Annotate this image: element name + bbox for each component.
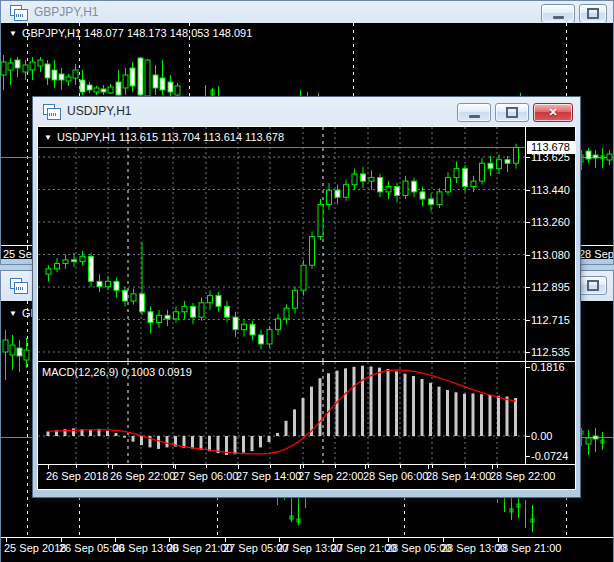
time-tick xyxy=(303,465,304,468)
chart-window-icon xyxy=(10,278,28,293)
candle-body xyxy=(284,308,289,319)
maximize-button[interactable] xyxy=(579,276,607,295)
minimize-button[interactable] xyxy=(541,4,575,22)
candle-body xyxy=(471,181,476,186)
grid-line xyxy=(27,23,28,245)
price-tick-label: 113.440 xyxy=(531,184,570,196)
time-tick xyxy=(465,465,466,468)
minimize-button[interactable] xyxy=(457,103,491,122)
window-title: USDJPY,H1 xyxy=(67,104,131,118)
candle-body xyxy=(140,294,145,312)
time-axis-label: 25 Sep 2018 xyxy=(4,542,66,554)
candle-body xyxy=(106,281,111,286)
time-tick xyxy=(108,465,109,468)
macd-bar xyxy=(344,368,347,436)
time-tick xyxy=(27,246,28,250)
price-tick-label: 112.535 xyxy=(531,346,570,358)
time-axis-label: 28 Sep 06:00 xyxy=(363,470,428,482)
macd-bar xyxy=(276,433,279,436)
macd-bar xyxy=(421,379,424,436)
candle-body xyxy=(386,187,391,192)
macd-tick xyxy=(526,367,530,368)
candle-body xyxy=(403,181,408,195)
maximize-button[interactable] xyxy=(579,4,607,22)
macd-bar xyxy=(302,398,305,436)
usdjpy-main-chart[interactable] xyxy=(38,127,525,361)
macd-bar xyxy=(157,436,160,449)
candle-body xyxy=(97,281,102,286)
time-tick xyxy=(141,465,142,468)
candle-body xyxy=(276,319,281,330)
chart-ohlc-header: USDJPY,H1 113.615 113.704 113.614 113.67… xyxy=(57,131,284,143)
close-button[interactable]: ✕ xyxy=(533,103,573,122)
candle-body xyxy=(267,330,272,344)
candle-body xyxy=(412,181,417,192)
candle-body xyxy=(233,317,238,330)
macd-bar xyxy=(166,436,169,447)
candle-body xyxy=(488,163,493,168)
candle-body xyxy=(242,324,247,329)
time-axis-label: 26 Sep 22:00 xyxy=(110,470,175,482)
macd-bar xyxy=(463,394,466,436)
time-tick xyxy=(112,465,113,469)
macd-bar xyxy=(191,436,194,449)
candle-body xyxy=(293,290,298,308)
macd-bar xyxy=(446,390,449,436)
time-axis-label: 28 Sep 14:00 xyxy=(426,470,491,482)
time-tick xyxy=(497,465,498,468)
macd-bar xyxy=(480,394,483,436)
candle-body xyxy=(80,256,85,261)
symbol-dropdown-icon[interactable]: ▼ xyxy=(9,309,17,318)
symbol-dropdown-icon[interactable]: ▼ xyxy=(44,133,52,142)
candle-body xyxy=(463,169,468,187)
titlebar-usdjpy[interactable]: USDJPY,H1 ✕ xyxy=(36,99,577,123)
macd-bar xyxy=(489,395,492,436)
candle-body xyxy=(191,306,196,317)
chart-window-icon xyxy=(43,104,61,119)
window-usdjpy: USDJPY,H1 ✕ ▼USDJPY,H1 113.615 113.704 1… xyxy=(33,97,580,497)
candle-body xyxy=(123,290,128,301)
macd-bar xyxy=(506,396,509,436)
macd-bar xyxy=(361,366,364,436)
macd-bar xyxy=(404,374,407,436)
macd-bar xyxy=(455,392,458,436)
macd-tick-label: 0.1816 xyxy=(531,361,565,373)
close-icon: ✕ xyxy=(548,106,557,119)
macd-bar xyxy=(89,430,92,436)
macd-bar xyxy=(319,378,322,436)
macd-tick-label: -0.0724 xyxy=(531,450,568,462)
candle-body xyxy=(165,315,170,319)
time-tick xyxy=(175,465,176,469)
symbol-dropdown-icon[interactable]: ▼ xyxy=(9,29,17,38)
price-tick xyxy=(526,255,530,256)
price-tick-label: 113.080 xyxy=(531,249,570,261)
mdi-workspace: GBPJPY,H1 ▼GBPJPY,H1 148.077 148.173 148… xyxy=(0,0,614,562)
macd-bar xyxy=(472,393,475,436)
time-tick xyxy=(368,465,369,468)
price-axis[interactable]: 113.678 113.625113.440113.260113.080112.… xyxy=(525,127,575,465)
restore-button[interactable] xyxy=(495,103,529,122)
titlebar-gbpjpy-top[interactable]: GBPJPY,H1 xyxy=(3,2,611,22)
macd-bar xyxy=(242,436,245,453)
time-axis[interactable]: 26 Sep 201826 Sep 22:0027 Sep 06:0027 Se… xyxy=(38,465,575,488)
time-axis-label: 26 Sep 2018 xyxy=(46,470,108,482)
macd-tick-label: 0.00 xyxy=(531,430,552,442)
candle-body xyxy=(454,169,459,178)
time-tick xyxy=(428,465,429,469)
candle-body xyxy=(369,178,374,182)
candle-body xyxy=(446,178,451,192)
candle-body xyxy=(327,190,332,204)
macd-bar xyxy=(123,436,126,438)
candle-body xyxy=(208,296,213,303)
time-tick xyxy=(76,465,77,468)
candle-body xyxy=(63,260,68,264)
macd-bar xyxy=(251,436,254,451)
candle-body xyxy=(89,256,94,281)
candle-body xyxy=(361,174,366,181)
candle-body xyxy=(250,324,255,335)
candle-body xyxy=(182,306,187,311)
candle-body xyxy=(395,187,400,196)
time-axis-label: 28 Sep 21:00 xyxy=(496,542,561,554)
candle-body xyxy=(225,306,230,317)
price-tick xyxy=(526,320,530,321)
